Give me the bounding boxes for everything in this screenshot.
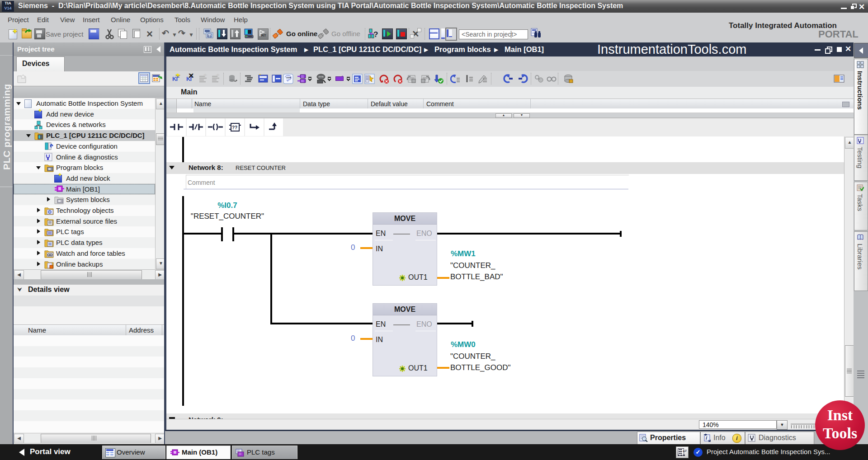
svg-text:01: 01	[49, 221, 52, 224]
svg-text:RT: RT	[261, 33, 266, 38]
svg-text:??: ??	[232, 125, 237, 130]
svg-text:01: 01	[208, 34, 212, 38]
svg-text:?: ?	[373, 30, 378, 38]
